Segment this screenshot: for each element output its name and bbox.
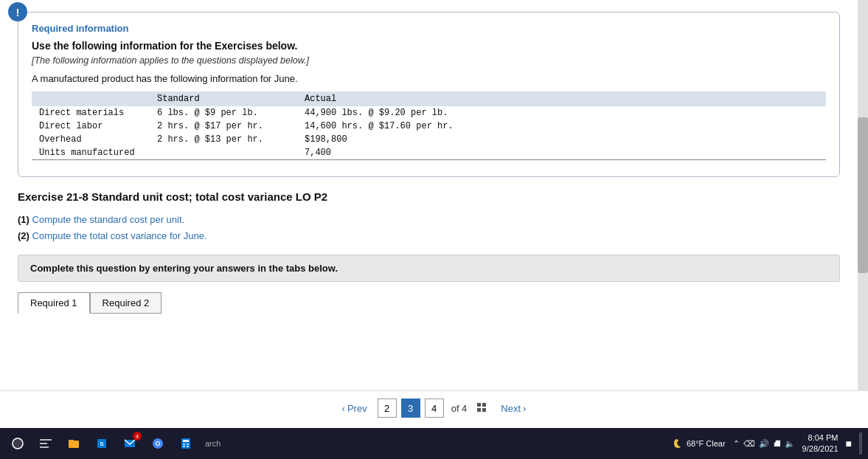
table-row: Direct labor 2 hrs. @ $17 per hr. 14,600…	[32, 120, 826, 133]
mail-badge: 4	[133, 432, 142, 441]
weather-text: 68°F Clear	[687, 439, 726, 448]
svg-rect-19	[183, 444, 185, 445]
exercise-title: Exercise 21-8 Standard unit cost; total …	[18, 190, 840, 203]
system-icons: ⌃ ⌫ 🔊 ⛘ 🔈	[733, 439, 795, 449]
svg-text:S: S	[100, 441, 104, 447]
prev-arrow-icon: ‹	[342, 403, 345, 414]
exercise-questions: (1) Compute the standard cost per unit. …	[18, 212, 840, 244]
chrome-icon[interactable]	[146, 432, 170, 455]
info-heading: Use the following information for the Ex…	[32, 40, 826, 52]
required-info-box: ! Required information Use the following…	[18, 12, 840, 177]
row-standard: 2 hrs. @ $13 per hr.	[150, 133, 297, 146]
page-4[interactable]: 4	[425, 398, 444, 418]
main-content: ! Required information Use the following…	[0, 0, 858, 390]
taskbar-left: S 4 arc	[6, 432, 221, 455]
table-footer-line	[32, 160, 826, 165]
page-2[interactable]: 2	[378, 398, 397, 418]
row-label: Overhead	[32, 133, 150, 146]
q1-label: (1)	[18, 214, 29, 225]
volume-icon[interactable]: 🔊	[759, 439, 769, 449]
prev-label: Prev	[347, 403, 367, 414]
svg-rect-2	[477, 408, 481, 412]
col-header-label	[32, 92, 150, 106]
svg-point-4	[12, 438, 24, 449]
chevron-up-icon[interactable]: ⌃	[733, 439, 740, 449]
scrollbar[interactable]	[858, 0, 868, 390]
svg-rect-1	[482, 403, 486, 407]
taskbar-right: 68°F Clear ⌃ ⌫ 🔊 ⛘ 🔈 8:04 PM 9/28/2021 ■	[671, 432, 862, 455]
store-icon[interactable]: S	[90, 432, 114, 455]
sound-icon[interactable]: 🔈	[785, 439, 795, 449]
row-label: Units manufactured	[32, 146, 150, 160]
tab-required1[interactable]: Required 1	[18, 292, 90, 314]
search-taskbar-icon[interactable]	[34, 432, 58, 455]
notification-button[interactable]: ■	[846, 438, 852, 449]
svg-rect-6	[40, 439, 52, 441]
next-button[interactable]: Next ›	[495, 400, 532, 417]
mail-icon[interactable]: 4	[118, 432, 142, 455]
svg-rect-10	[69, 440, 74, 442]
row-label: Direct materials	[32, 106, 150, 120]
weather-info: 68°F Clear	[671, 438, 726, 449]
of-text: of 4	[451, 403, 468, 414]
calculator-icon[interactable]	[174, 432, 198, 455]
scrollbar-thumb[interactable]	[858, 117, 868, 274]
pagination-bar: ‹ Prev 2 3 4 of 4 Next ›	[0, 390, 868, 428]
question-1: (1) Compute the standard cost per unit.	[18, 212, 840, 228]
show-desktop-button[interactable]	[859, 432, 862, 455]
tabs-row: Required 1 Required 2	[18, 292, 840, 314]
info-icon: !	[8, 2, 27, 21]
col-header-actual: Actual	[297, 92, 826, 106]
row-label: Direct labor	[32, 120, 150, 133]
svg-rect-21	[183, 446, 185, 447]
svg-rect-0	[477, 403, 481, 407]
info-description: A manufactured product has the following…	[32, 73, 826, 84]
clock-area: 8:04 PM 9/28/2021	[802, 432, 839, 455]
svg-point-16	[156, 442, 159, 445]
row-actual: $198,800	[297, 133, 826, 146]
next-arrow-icon: ›	[523, 403, 526, 414]
next-label: Next	[501, 403, 521, 414]
taskbar: S 4 arc	[0, 428, 868, 459]
q1-text: Compute the standard cost per unit.	[32, 214, 185, 225]
date-display: 9/28/2021	[802, 444, 839, 455]
row-actual: 44,900 lbs. @ $9.20 per lb.	[297, 106, 826, 120]
grid-icon[interactable]	[474, 400, 490, 416]
row-actual: 14,600 hrs. @ $17.60 per hr.	[297, 120, 826, 133]
weather-moon-icon	[671, 438, 683, 449]
row-standard: 6 lbs. @ $9 per lb.	[150, 106, 297, 120]
row-standard	[150, 146, 297, 160]
svg-rect-7	[40, 443, 47, 444]
prev-button[interactable]: ‹ Prev	[336, 400, 373, 417]
info-table: Standard Actual Direct materials 6 lbs. …	[32, 92, 826, 165]
question-2: (2) Compute the total cost variance for …	[18, 228, 840, 244]
svg-rect-18	[183, 440, 189, 442]
signal-icon: ⛘	[773, 439, 781, 448]
table-row: Overhead 2 hrs. @ $13 per hr. $198,800	[32, 133, 826, 146]
tab-required2[interactable]: Required 2	[90, 292, 162, 314]
row-actual: 7,400	[297, 146, 826, 160]
col-header-standard: Standard	[150, 92, 297, 106]
svg-rect-22	[187, 446, 189, 447]
table-row: Direct materials 6 lbs. @ $9 per lb. 44,…	[32, 106, 826, 120]
start-button[interactable]	[6, 432, 29, 455]
search-label: arch	[205, 439, 221, 448]
svg-rect-3	[482, 408, 486, 412]
network-icon: ⌫	[743, 439, 755, 449]
file-explorer-icon[interactable]	[62, 432, 86, 455]
q2-label: (2)	[18, 230, 29, 241]
info-note: [The following information applies to th…	[32, 55, 826, 66]
q2-text: Compute the total cost variance for June…	[32, 230, 207, 241]
svg-rect-20	[187, 444, 189, 445]
page-3[interactable]: 3	[401, 398, 420, 418]
table-row: Units manufactured 7,400	[32, 146, 826, 160]
row-standard: 2 hrs. @ $17 per hr.	[150, 120, 297, 133]
complete-bar: Complete this question by entering your …	[18, 255, 840, 282]
required-info-title: Required information	[32, 23, 826, 34]
svg-rect-8	[40, 446, 49, 448]
time-display: 8:04 PM	[802, 432, 839, 444]
